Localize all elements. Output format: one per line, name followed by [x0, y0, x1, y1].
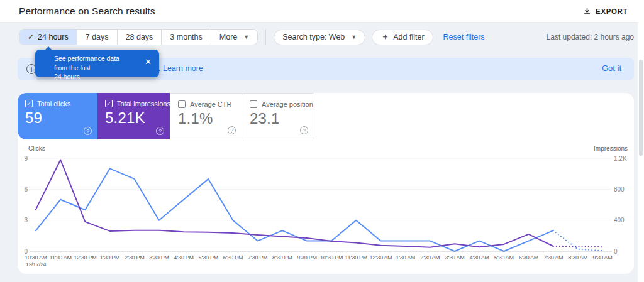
filter-bar: ✓ 24 hours 7 days 28 days 3 months More … [19, 29, 634, 45]
x-axis-tick: 12:30 PM [74, 254, 96, 261]
x-axis-tick: 11:30 AM [50, 254, 72, 261]
checkbox-checked-icon[interactable]: ✓ [105, 100, 113, 107]
checkbox-unchecked-icon[interactable] [250, 100, 257, 108]
page-title: Performance on Search results [19, 6, 155, 17]
date-range-label: 24 hours [38, 33, 69, 41]
chevron-down-icon: ▼ [243, 34, 249, 40]
metric-value: 59 [25, 109, 90, 127]
right-axis-tick: 800 [614, 186, 625, 193]
date-range-28-days[interactable]: 28 days [117, 30, 162, 45]
left-axis-name: Clicks [28, 145, 45, 152]
help-icon[interactable]: ? [84, 127, 92, 135]
x-axis-tick: 10:30 PM [320, 254, 343, 261]
left-axis-tick: 3 [24, 217, 28, 224]
impressions-line-dotted [553, 246, 602, 247]
metric-tile-total-clicks[interactable]: ✓ Total clicks 59 ? [18, 93, 97, 139]
x-axis-tick: 11:30 PM [345, 254, 367, 261]
x-axis-tick: 8:30 AM [568, 254, 587, 261]
date-range-label: 3 months [170, 33, 202, 41]
metric-tiles: ✓ Total clicks 59 ? ✓ Total impressions … [18, 93, 634, 139]
x-axis-tick: 6:30 AM [519, 254, 538, 261]
vertical-scrollbar [638, 0, 644, 282]
date-range-3-months[interactable]: 3 months [161, 30, 210, 45]
got-it-button[interactable]: Got it [602, 63, 621, 73]
add-filter-button[interactable]: ＋ Add filter [372, 30, 433, 45]
help-icon[interactable]: ? [228, 126, 236, 134]
right-axis-tick: 400 [614, 217, 625, 224]
metric-tile-average-ctr[interactable]: Average CTR 1.1% ? [170, 93, 242, 139]
left-axis-tick: 9 [24, 155, 28, 162]
date-range-label: 7 days [86, 33, 109, 41]
x-axis-tick: 3:30 PM [149, 254, 169, 261]
x-axis-tick: 4:30 PM [174, 254, 193, 261]
checkbox-unchecked-icon[interactable] [178, 100, 186, 108]
metric-value: 1.1% [178, 110, 234, 127]
x-axis-tick: 1:30 AM [396, 254, 415, 261]
x-axis-tick: 3:30 AM [445, 254, 464, 261]
plus-icon: ＋ [380, 31, 389, 43]
metric-label: Average position [262, 100, 313, 108]
date-range-group: ✓ 24 hours 7 days 28 days 3 months More … [19, 29, 258, 45]
date-range-label: 28 days [126, 33, 153, 41]
search-type-filter[interactable]: Search type: Web ▼ [274, 30, 365, 45]
search-type-label: Search type: Web [282, 33, 345, 41]
reset-filters-link[interactable]: Reset filters [443, 33, 485, 41]
x-axis-tick: 4:30 AM [470, 254, 489, 261]
tooltip-line-2: 24 hours [54, 72, 133, 82]
export-label: EXPORT [596, 8, 628, 15]
right-axis-tick: 0 [614, 248, 618, 255]
date-range-more[interactable]: More ▼ [211, 30, 257, 45]
scrollbar-thumb[interactable] [639, 60, 643, 156]
x-axis-tick: 6:30 PM [223, 254, 243, 261]
divider [265, 29, 266, 45]
metric-label: Total impressions [117, 100, 170, 107]
check-icon: ✓ [28, 33, 34, 41]
right-axis-name: Impressions [594, 145, 628, 152]
metric-label: Average CTR [190, 100, 231, 108]
x-axis-tick: 9:30 PM [297, 254, 316, 261]
help-icon[interactable]: ? [300, 126, 308, 134]
x-axis-tick: 5:30 AM [494, 254, 514, 261]
metric-tile-average-position[interactable]: Average position 23.1 ? [242, 93, 314, 139]
metric-tile-total-impressions[interactable]: ✓ Total impressions 5.21K ? [97, 93, 170, 139]
date-range-7-days[interactable]: 7 days [77, 30, 117, 45]
learn-more-link[interactable]: Learn more [163, 64, 203, 73]
x-axis-tick: 2:30 PM [125, 254, 144, 261]
date-range-label: More [219, 33, 237, 41]
last-updated-text: Last updated: 2 hours ago [547, 33, 634, 41]
x-axis-tick: 2:30 AM [420, 254, 440, 261]
right-axis-tick: 1.2K [614, 155, 627, 162]
metric-label: Total clicks [37, 100, 70, 107]
add-filter-label: Add filter [393, 33, 424, 41]
metric-value: 23.1 [250, 110, 306, 127]
banner-text: . Learn more [158, 64, 203, 73]
x-axis-date: 12/17/24 [26, 261, 47, 268]
x-axis-tick: 7:30 AM [543, 254, 563, 261]
close-icon[interactable]: ✕ [145, 58, 152, 66]
export-button[interactable]: EXPORT [578, 4, 633, 18]
impressions-line [36, 160, 553, 247]
left-axis-tick: 6 [24, 186, 28, 193]
feature-tooltip: See performance data from the last 24 ho… [35, 50, 159, 77]
download-icon [583, 7, 591, 15]
search-console-performance-page: Performance on Search results EXPORT ✓ 2… [0, 0, 644, 282]
clicks-impressions-chart: 003400680091.2KClicksImpressions10:30 AM… [24, 144, 628, 271]
x-axis-tick: 5:30 PM [199, 254, 218, 261]
left-axis-tick: 0 [24, 248, 28, 255]
tooltip-line-1: See performance data from the last [54, 54, 133, 72]
x-axis-tick: 7:30 PM [248, 254, 267, 261]
x-axis-tick: 1:30 PM [100, 254, 119, 261]
line-chart-svg: 003400680091.2KClicksImpressions10:30 AM… [24, 144, 628, 269]
x-axis-tick: 10:30 AM [25, 254, 47, 261]
checkbox-checked-icon[interactable]: ✓ [25, 100, 33, 107]
x-axis-tick: 8:30 PM [272, 254, 292, 261]
tooltip-text: See performance data from the last 24 ho… [54, 54, 133, 82]
help-icon[interactable]: ? [156, 127, 164, 135]
clicks-line [36, 168, 553, 251]
x-axis-tick: 12:30 AM [370, 254, 392, 261]
x-axis-tick: 9:30 AM [593, 254, 613, 261]
top-bar: Performance on Search results EXPORT [0, 0, 638, 23]
performance-panel: ✓ Total clicks 59 ? ✓ Total impressions … [18, 93, 634, 274]
clicks-line-dotted [553, 230, 602, 251]
metric-value: 5.21K [105, 109, 162, 127]
